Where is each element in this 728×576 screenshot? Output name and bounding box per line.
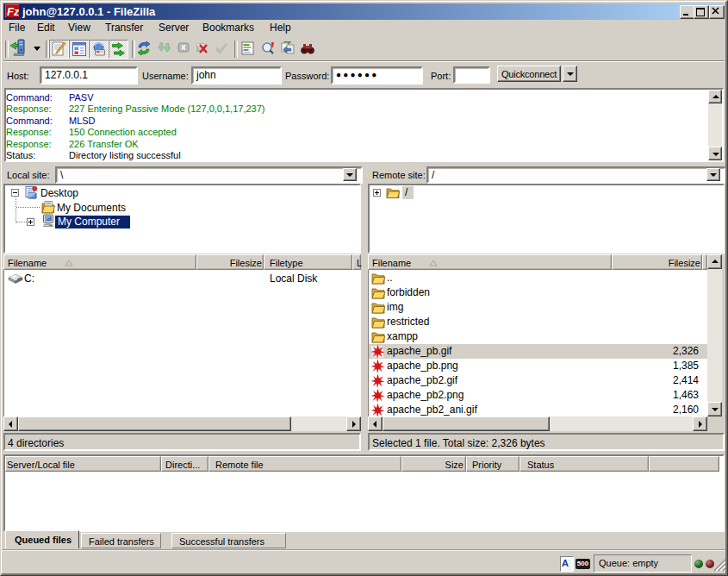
svg-text:Fz: Fz	[7, 5, 19, 18]
